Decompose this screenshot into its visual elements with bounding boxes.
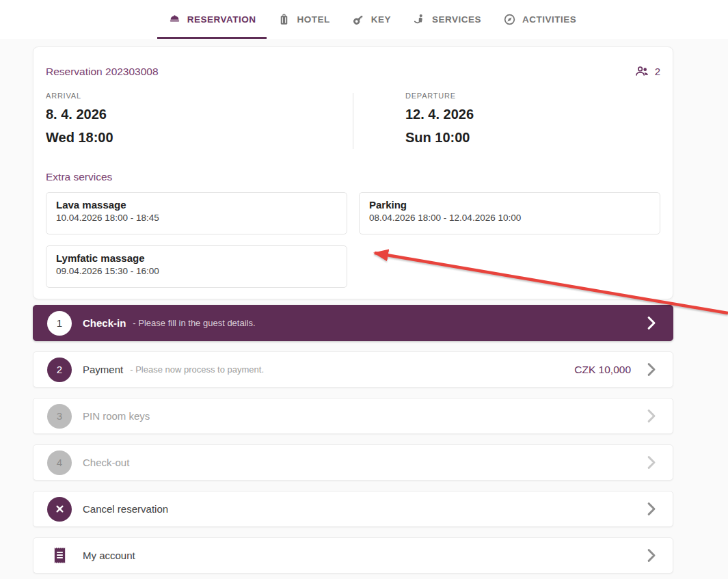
service-person-icon: [413, 13, 426, 26]
tab-reservation[interactable]: RESERVATION: [157, 0, 267, 39]
step-label: Payment: [83, 364, 123, 375]
main-content: Reservation 202303008 2 ARRIVAL 8. 4. 20…: [33, 46, 673, 574]
service-time: 09.04.2026 15:30 - 16:00: [56, 266, 337, 276]
people-icon: [634, 64, 650, 79]
chevron-right-icon: [642, 314, 660, 332]
tab-label: RESERVATION: [187, 14, 256, 25]
arrival-date: 8. 4. 2026: [46, 107, 353, 122]
step-check-out[interactable]: 4 Check-out: [33, 444, 673, 481]
step-number-badge: 4: [47, 450, 72, 475]
compass-icon: [503, 13, 516, 26]
tab-services[interactable]: SERVICES: [402, 0, 492, 39]
tab-label: HOTEL: [297, 14, 329, 25]
action-label: My account: [83, 550, 135, 561]
extra-services-grid: Lava massage 10.04.2026 18:00 - 18:45 Pa…: [46, 192, 660, 288]
service-card-lava-massage[interactable]: Lava massage 10.04.2026 18:00 - 18:45: [46, 192, 347, 234]
active-tab-underline: [157, 37, 267, 39]
chevron-right-icon: [642, 407, 660, 425]
tab-label: SERVICES: [432, 14, 481, 25]
tab-label: ACTIVITIES: [522, 14, 576, 25]
reservation-title: Reservation 202303008: [46, 66, 159, 78]
suitcase-icon: [278, 13, 291, 26]
step-pin-room-keys[interactable]: 3 PIN room keys: [33, 398, 673, 434]
service-card-lymfatic-massage[interactable]: Lymfatic massage 09.04.2026 15:30 - 16:0…: [46, 245, 347, 288]
chevron-right-icon: [642, 500, 660, 518]
step-number-badge: 3: [47, 404, 72, 429]
step-hint: - Please fill in the guest details.: [133, 318, 255, 328]
step-label: PIN room keys: [83, 410, 150, 422]
reservation-card: Reservation 202303008 2 ARRIVAL 8. 4. 20…: [33, 46, 673, 299]
tab-label: KEY: [371, 14, 391, 25]
service-name: Lymfatic massage: [56, 252, 337, 264]
tab-key[interactable]: KEY: [341, 0, 402, 39]
tab-activities[interactable]: ACTIVITIES: [492, 0, 587, 39]
service-time: 08.04.2026 18:00 - 12.04.2026 10:00: [369, 213, 650, 223]
step-number-badge: 2: [47, 358, 72, 382]
step-hint: - Please now process to payment.: [130, 364, 264, 375]
my-account-button[interactable]: My account: [33, 537, 673, 574]
service-card-parking[interactable]: Parking 08.04.2026 18:00 - 12.04.2026 10…: [359, 192, 660, 234]
departure-day-time: Sun 10:00: [405, 130, 660, 146]
tab-hotel[interactable]: HOTEL: [267, 0, 340, 39]
service-time: 10.04.2026 18:00 - 18:45: [56, 213, 337, 223]
guest-count-value: 2: [655, 66, 660, 77]
action-label: Cancel reservation: [83, 503, 168, 515]
step-payment[interactable]: 2 Payment - Please now process to paymen…: [33, 351, 673, 388]
stay-dates: ARRIVAL 8. 4. 2026 Wed 18:00 DEPARTURE 1…: [46, 92, 660, 153]
departure-block: DEPARTURE 12. 4. 2026 Sun 10:00: [353, 92, 660, 153]
departure-label: DEPARTURE: [405, 92, 660, 100]
arrival-block: ARRIVAL 8. 4. 2026 Wed 18:00: [46, 92, 353, 153]
top-navigation: RESERVATION HOTEL KEY SERVICES ACTIVITIE…: [0, 0, 728, 39]
close-icon: [47, 497, 72, 522]
nav-tabs: RESERVATION HOTEL KEY SERVICES ACTIVITIE…: [157, 0, 588, 39]
service-name: Parking: [369, 199, 650, 211]
step-check-in[interactable]: 1 Check-in - Please fill in the guest de…: [33, 305, 673, 341]
chevron-right-icon: [642, 546, 660, 565]
chevron-right-icon: [642, 360, 660, 379]
step-number-badge: 1: [47, 311, 72, 336]
guest-count: 2: [634, 64, 660, 79]
extra-services-title: Extra services: [46, 171, 660, 183]
reservation-card-header: Reservation 202303008 2: [46, 58, 660, 81]
chevron-right-icon: [642, 453, 660, 472]
bell-icon: [168, 13, 181, 26]
payment-amount: CZK 10,000: [574, 364, 631, 376]
arrival-day-time: Wed 18:00: [46, 130, 353, 146]
cancel-reservation-button[interactable]: Cancel reservation: [33, 491, 673, 527]
key-icon: [352, 13, 365, 26]
receipt-icon: [47, 543, 72, 568]
step-label: Check-out: [83, 457, 129, 468]
step-label: Check-in: [83, 317, 126, 329]
service-name: Lava massage: [56, 199, 337, 211]
departure-date: 12. 4. 2026: [405, 107, 660, 122]
arrival-label: ARRIVAL: [46, 92, 353, 100]
